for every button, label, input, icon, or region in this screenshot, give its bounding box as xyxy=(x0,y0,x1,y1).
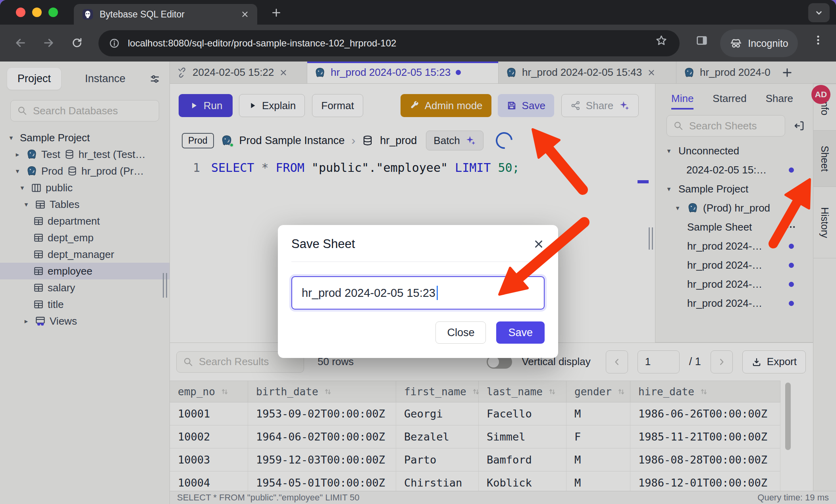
column-header[interactable]: gender xyxy=(566,381,630,402)
caret-down-icon[interactable]: ▾ xyxy=(6,134,16,142)
tree-item-table-dept-manager[interactable]: dept_manager xyxy=(0,246,170,263)
search-databases-input[interactable]: Search Databases xyxy=(10,100,159,121)
minimize-window-button[interactable] xyxy=(32,8,42,17)
column-header[interactable]: emp_no xyxy=(170,381,248,402)
caret-down-icon[interactable]: ▾ xyxy=(664,185,674,193)
sort-icon[interactable] xyxy=(699,387,709,396)
tree-item-tables-group[interactable]: ▾ Tables xyxy=(0,196,170,213)
sql-editor-line[interactable]: 1 SELECT * FROM "public"."employee" LIMI… xyxy=(170,154,655,175)
sheet-item[interactable]: hr_prod 2024-… xyxy=(655,256,813,275)
tree-item-table-employee[interactable]: employee xyxy=(0,263,170,279)
collapse-panel-icon[interactable] xyxy=(793,120,805,132)
tree-item-table-dept-emp[interactable]: dept_emp xyxy=(0,229,170,246)
sort-icon[interactable] xyxy=(616,387,626,396)
sheet-database-node[interactable]: ▾ (Prod) hr_prod xyxy=(655,198,813,217)
modal-save-button[interactable]: Save xyxy=(496,321,545,344)
close-tab-icon[interactable] xyxy=(241,10,249,19)
tree-item-prod-database[interactable]: ▾ Prod hr_prod (Pr… xyxy=(0,163,170,179)
site-info-icon[interactable] xyxy=(109,38,120,49)
search-sheets-input[interactable]: Search Sheets xyxy=(666,115,785,137)
caret-down-icon[interactable]: ▾ xyxy=(21,200,31,208)
back-button[interactable] xyxy=(12,34,29,52)
reload-button[interactable] xyxy=(68,34,86,52)
page-number-input[interactable]: 1 xyxy=(638,350,680,373)
format-button[interactable]: Format xyxy=(312,94,363,117)
tree-item-table-salary[interactable]: salary xyxy=(0,279,170,296)
editor-tab-3[interactable]: hr_prod 2024-02-05 15:43 xyxy=(499,62,676,83)
avatar[interactable]: AD xyxy=(811,85,830,104)
sheet-item[interactable]: 2024-02-05 15:… xyxy=(655,160,813,179)
share-button[interactable]: Share xyxy=(561,94,639,117)
close-window-button[interactable] xyxy=(16,8,25,17)
save-sheet-button[interactable]: Save xyxy=(498,94,554,117)
admin-mode-button[interactable]: Admin mode xyxy=(401,94,491,117)
column-header[interactable]: last_name xyxy=(479,381,566,402)
tree-item-sample-project[interactable]: ▾ Sample Project xyxy=(0,129,170,146)
url-bar[interactable]: localhost:8080/sql-editor/prod-sample-in… xyxy=(98,30,680,56)
close-icon[interactable] xyxy=(533,238,545,250)
more-options-icon[interactable] xyxy=(785,221,796,233)
tab-search-chevron-button[interactable] xyxy=(808,3,830,22)
new-sheet-tab-button[interactable] xyxy=(776,62,798,83)
browser-tab[interactable]: Bytebase SQL Editor xyxy=(74,4,257,25)
instance-name[interactable]: Prod Sample Instance xyxy=(239,135,345,147)
editor-tab-1[interactable]: 2024-02-05 15:22 xyxy=(170,62,307,83)
environment-chip[interactable]: Prod xyxy=(182,133,214,148)
sidebar-resize-handle[interactable] xyxy=(163,273,167,298)
side-panel-button[interactable] xyxy=(695,34,708,47)
results-scrollbar-thumb[interactable] xyxy=(785,383,791,450)
tab-sheet[interactable]: Sheet xyxy=(813,131,836,187)
explain-button[interactable]: Explain xyxy=(239,94,305,117)
sheet-name-input[interactable]: hr_prod 2024-02-05 15:23 xyxy=(291,276,545,310)
tab-mine[interactable]: Mine xyxy=(671,92,693,110)
sheet-item[interactable]: hr_prod 2024-… xyxy=(655,237,813,256)
forward-button[interactable] xyxy=(40,34,57,52)
caret-down-icon[interactable]: ▾ xyxy=(13,167,22,175)
tab-starred[interactable]: Starred xyxy=(713,92,746,110)
column-header[interactable]: hire_date xyxy=(630,381,780,402)
sheet-item[interactable]: hr_prod 2024-… xyxy=(655,294,813,313)
bookmark-star-button[interactable] xyxy=(655,34,668,47)
export-button[interactable]: Export xyxy=(742,350,806,373)
close-editor-tab-icon[interactable] xyxy=(647,68,656,77)
caret-down-icon[interactable]: ▾ xyxy=(664,147,674,155)
browser-menu-button[interactable] xyxy=(812,34,824,46)
close-editor-tab-icon[interactable] xyxy=(279,68,288,77)
tree-item-table-title[interactable]: title xyxy=(0,296,170,313)
sort-icon[interactable] xyxy=(220,387,229,396)
caret-down-icon[interactable]: ▾ xyxy=(17,184,27,192)
tree-item-views-group[interactable]: ▸ Views xyxy=(0,313,170,329)
run-button[interactable]: Run xyxy=(179,94,233,117)
column-header[interactable]: birth_date xyxy=(248,381,396,402)
tree-item-schema-public[interactable]: ▾ public xyxy=(0,179,170,196)
sheet-item-sample-sheet[interactable]: Sample Sheet xyxy=(655,217,813,237)
zoom-window-button[interactable] xyxy=(48,8,58,17)
close-button[interactable]: Close xyxy=(435,321,486,344)
tree-item-test-database[interactable]: ▸ Test hr_test (Test… xyxy=(0,146,170,163)
tab-instance[interactable]: Instance xyxy=(75,68,136,90)
filter-sliders-icon[interactable] xyxy=(149,73,161,85)
column-header[interactable]: first_name xyxy=(396,381,479,402)
sort-icon[interactable] xyxy=(547,387,557,396)
prev-page-button[interactable] xyxy=(606,350,628,373)
database-name[interactable]: hr_prod xyxy=(380,135,417,147)
caret-right-icon[interactable]: ▸ xyxy=(21,317,31,325)
caret-right-icon[interactable]: ▸ xyxy=(13,150,22,158)
tab-share[interactable]: Share xyxy=(766,92,793,110)
sheet-group-unconnected[interactable]: ▾ Unconnected xyxy=(655,141,813,160)
batch-mode-button[interactable]: Batch xyxy=(426,131,483,150)
caret-down-icon[interactable]: ▾ xyxy=(673,204,682,212)
tab-history[interactable]: History xyxy=(813,187,836,258)
line-number: 1 xyxy=(193,161,211,175)
editor-tab-2-active[interactable]: hr_prod 2024-02-05 15:23 xyxy=(307,62,499,83)
panel-resize-handle[interactable] xyxy=(649,227,653,250)
editor-tab-4[interactable]: hr_prod 2024-0 xyxy=(676,62,776,83)
sheet-group-sample-project[interactable]: ▾ Sample Project xyxy=(655,179,813,198)
editor-scrollbar-thumb[interactable] xyxy=(638,180,649,183)
tab-project[interactable]: Project xyxy=(7,68,61,90)
sheet-item[interactable]: hr_prod 2024-… xyxy=(655,275,813,294)
new-tab-button[interactable] xyxy=(268,5,284,21)
sort-icon[interactable] xyxy=(323,387,333,396)
next-page-button[interactable] xyxy=(711,350,733,373)
tree-item-table-department[interactable]: department xyxy=(0,213,170,229)
